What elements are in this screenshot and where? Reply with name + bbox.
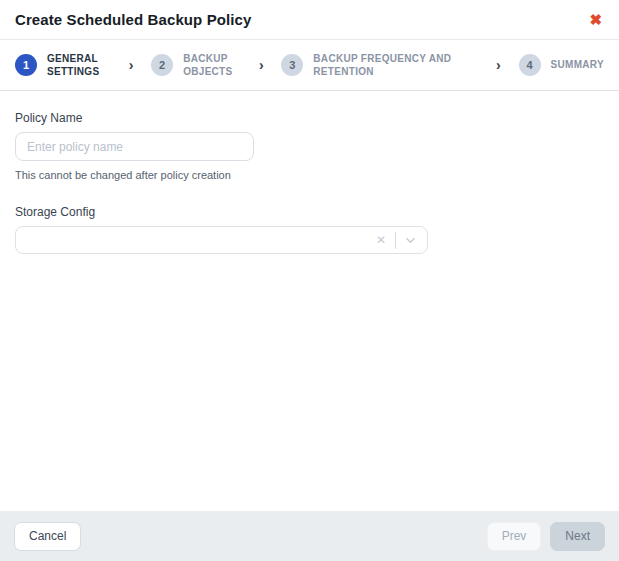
policy-name-label: Policy Name (15, 111, 604, 125)
cancel-button[interactable]: Cancel (14, 522, 81, 551)
policy-name-field-group: Policy Name This cannot be changed after… (15, 111, 604, 181)
policy-name-input[interactable] (15, 132, 254, 161)
step-number-badge: 3 (281, 54, 303, 76)
step-label: GENERAL SETTINGS (47, 52, 111, 79)
modal-body: Policy Name This cannot be changed after… (0, 91, 619, 274)
step-summary[interactable]: 4 SUMMARY (519, 54, 604, 76)
storage-config-field-group: Storage Config ✕ (15, 205, 604, 254)
footer-right-group: Prev Next (487, 522, 605, 551)
storage-config-label: Storage Config (15, 205, 604, 219)
storage-config-select[interactable]: ✕ (15, 226, 428, 254)
step-backup-objects[interactable]: 2 BACKUP OBJECTS (151, 52, 241, 79)
clear-icon[interactable]: ✕ (374, 232, 388, 248)
step-number-badge: 1 (15, 54, 37, 76)
step-label: BACKUP FREQUENCY AND RETENTION (313, 52, 478, 79)
step-backup-frequency-retention[interactable]: 3 BACKUP FREQUENCY AND RETENTION (281, 52, 478, 79)
wizard-stepper: 1 GENERAL SETTINGS › 2 BACKUP OBJECTS › … (0, 40, 619, 91)
next-button[interactable]: Next (550, 522, 605, 551)
chevron-right-icon: › (127, 57, 136, 73)
modal-title: Create Scheduled Backup Policy (15, 11, 251, 28)
step-general-settings[interactable]: 1 GENERAL SETTINGS (15, 52, 111, 79)
modal-footer: Cancel Prev Next (0, 511, 619, 561)
chevron-down-icon[interactable] (403, 232, 418, 249)
prev-button[interactable]: Prev (487, 522, 542, 551)
step-label: BACKUP OBJECTS (183, 52, 241, 79)
close-icon[interactable]: ✖ (587, 10, 604, 29)
chevron-right-icon: › (494, 57, 503, 73)
modal-header: Create Scheduled Backup Policy ✖ (0, 0, 619, 40)
create-scheduled-backup-policy-modal: Create Scheduled Backup Policy ✖ 1 GENER… (0, 0, 619, 561)
policy-name-helper-text: This cannot be changed after policy crea… (15, 169, 604, 181)
step-number-badge: 2 (151, 54, 173, 76)
step-number-badge: 4 (519, 54, 541, 76)
step-label: SUMMARY (551, 58, 604, 72)
select-divider (395, 232, 396, 249)
chevron-right-icon: › (257, 57, 266, 73)
